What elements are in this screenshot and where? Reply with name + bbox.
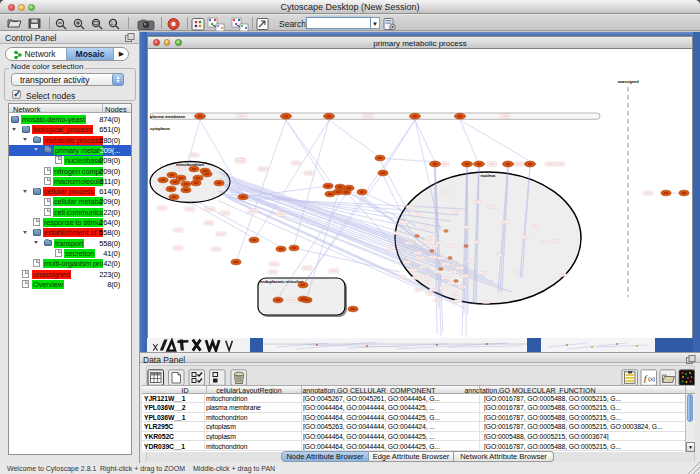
svg-text:cytoplasm: cytoplasm: [150, 126, 170, 131]
svg-text:nucleus: nucleus: [480, 173, 496, 178]
svg-text:1:1: 1:1: [111, 21, 118, 26]
svg-text:(x): (x): [648, 376, 655, 382]
svg-text:unassigned: unassigned: [617, 79, 639, 83]
svg-text:endoplasmic reticulum: endoplasmic reticulum: [260, 279, 304, 284]
svg-text:plasma membrane: plasma membrane: [150, 113, 186, 118]
